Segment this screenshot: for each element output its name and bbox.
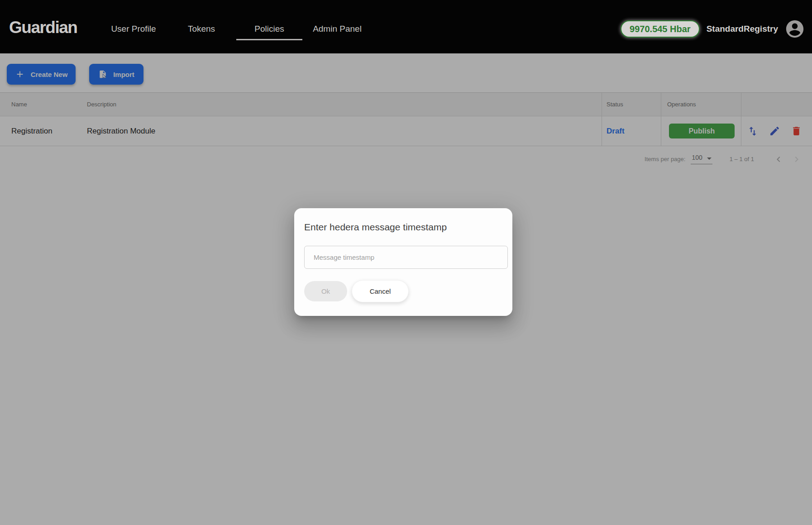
dialog-title: Enter hedera message timestamp <box>304 222 502 233</box>
guardian-logo: Guardian <box>9 18 77 37</box>
cancel-button[interactable]: Cancel <box>352 280 409 302</box>
dialog-actions: Ok Cancel <box>304 280 502 302</box>
main-nav: User Profile Tokens Policies Admin Panel <box>100 18 371 40</box>
hbar-balance-badge: 9970.545 Hbar <box>621 20 700 38</box>
header-user-area: 9970.545 Hbar StandardRegistry <box>621 0 805 58</box>
app-header: Guardian User Profile Tokens Policies Ad… <box>0 0 812 53</box>
timestamp-dialog: Enter hedera message timestamp Ok Cancel <box>294 208 512 316</box>
tab-policies[interactable]: Policies <box>235 18 303 40</box>
tab-admin-panel[interactable]: Admin Panel <box>303 18 371 40</box>
ok-button[interactable]: Ok <box>304 281 347 301</box>
username-label: StandardRegistry <box>707 24 778 34</box>
account-avatar-icon[interactable] <box>784 19 805 39</box>
message-timestamp-input[interactable] <box>304 246 508 269</box>
tab-tokens[interactable]: Tokens <box>167 18 235 40</box>
tab-user-profile[interactable]: User Profile <box>100 18 167 40</box>
